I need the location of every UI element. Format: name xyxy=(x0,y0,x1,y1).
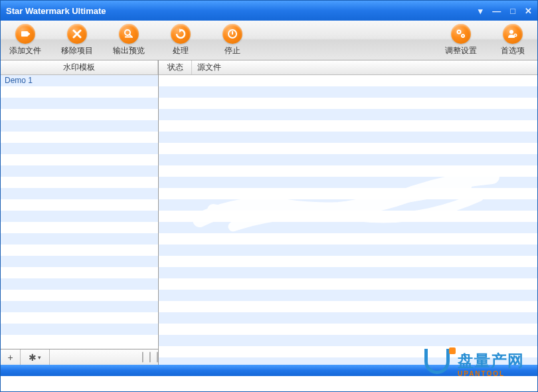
adjust-settings-button[interactable]: 调整设置 xyxy=(444,24,478,56)
list-item[interactable]: Demo 1 xyxy=(1,75,158,86)
preferences-button[interactable]: 首选项 xyxy=(496,24,529,56)
preferences-icon xyxy=(503,24,523,44)
adjust-settings-label: 调整设置 xyxy=(445,45,477,56)
preview-icon xyxy=(119,24,139,44)
files-list[interactable] xyxy=(159,75,537,365)
output-preview-label: 输出预览 xyxy=(113,45,145,56)
titlebar[interactable]: Star Watermark Ultimate ▾ — □ ✕ xyxy=(1,1,537,21)
stop-label: 停止 xyxy=(224,45,240,56)
window-title: Star Watermark Ultimate xyxy=(6,6,478,16)
status-column-header[interactable]: 状态 xyxy=(159,60,192,74)
svg-rect-5 xyxy=(125,36,132,38)
statusbar xyxy=(1,365,537,376)
template-column-header[interactable]: 水印模板 xyxy=(1,60,158,74)
templates-panel: 水印模板 Demo 1 + ✱ ▾ ⎪⎪⎪ xyxy=(1,60,159,365)
remove-items-button[interactable]: 移除项目 xyxy=(60,24,94,56)
process-label: 处理 xyxy=(173,45,189,56)
add-files-icon xyxy=(15,24,35,44)
stop-button[interactable]: 停止 xyxy=(216,24,249,56)
remove-items-label: 移除项目 xyxy=(61,45,93,56)
app-window: Star Watermark Ultimate ▾ — □ ✕ 添加文件 移除项… xyxy=(0,0,538,392)
svg-point-10 xyxy=(458,31,460,33)
output-preview-button[interactable]: 输出预览 xyxy=(112,24,145,56)
files-header: 状态 源文件 xyxy=(159,60,537,75)
stop-icon xyxy=(223,24,242,44)
preferences-label: 首选项 xyxy=(501,45,525,56)
gear-icon: ✱ xyxy=(29,352,37,363)
process-button[interactable]: 处理 xyxy=(164,24,197,56)
chevron-down-icon: ▾ xyxy=(38,354,41,361)
svg-point-11 xyxy=(462,35,464,37)
templates-header: 水印模板 xyxy=(1,60,158,75)
template-options-button[interactable]: ✱ ▾ xyxy=(21,349,50,365)
add-files-label: 添加文件 xyxy=(9,45,41,56)
source-column-header[interactable]: 源文件 xyxy=(192,60,537,74)
close-button[interactable]: ✕ xyxy=(525,6,532,16)
files-panel: 状态 源文件 xyxy=(159,60,537,365)
remove-icon xyxy=(67,24,87,44)
svg-point-12 xyxy=(509,30,513,34)
settings-icon xyxy=(451,24,471,44)
add-template-button[interactable]: + xyxy=(1,349,21,365)
svg-rect-2 xyxy=(28,33,29,36)
svg-point-14 xyxy=(515,35,516,36)
maximize-button[interactable]: □ xyxy=(510,6,515,16)
content-area: 水印模板 Demo 1 + ✱ ▾ ⎪⎪⎪ 状态 源文件 xyxy=(1,60,537,365)
svg-rect-7 xyxy=(232,31,233,35)
minimize-button[interactable]: — xyxy=(492,6,501,16)
add-files-button[interactable]: 添加文件 xyxy=(9,24,42,56)
toolbar: 添加文件 移除项目 输出预览 处理 停止 xyxy=(1,21,537,60)
process-icon xyxy=(171,24,191,44)
templates-list[interactable]: Demo 1 xyxy=(1,75,158,349)
drag-handle-icon[interactable]: ⎪⎪⎪ xyxy=(142,349,158,365)
templates-bottom-bar: + ✱ ▾ ⎪⎪⎪ xyxy=(1,349,158,365)
window-controls: ▾ — □ ✕ xyxy=(478,6,532,16)
dropdown-icon[interactable]: ▾ xyxy=(478,6,483,16)
